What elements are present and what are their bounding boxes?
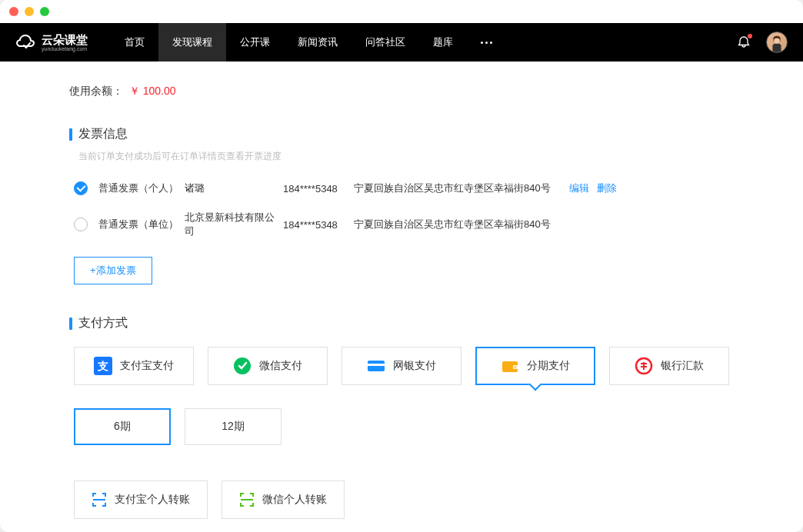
svg-point-1: [774, 38, 779, 43]
balance-row: 使用余额： ￥ 100.00: [69, 85, 734, 98]
top-nav: 云朵课堂 yunduoketang.com 首页 发现课程 公开课 新闻资讯 问…: [0, 23, 803, 62]
period-12[interactable]: 12期: [185, 408, 282, 445]
transfer-label: 微信个人转账: [262, 493, 327, 507]
invoice-row: 普通发票（个人） 诸璐 184****5348 宁夏回族自治区吴忠市红寺堡区幸福…: [74, 181, 734, 195]
logo[interactable]: 云朵课堂 yunduoketang.com: [15, 32, 88, 53]
main-content: 使用余额： ￥ 100.00 发票信息 当前订单支付成功后可在订单详情页查看开票…: [0, 62, 803, 532]
scan-icon: [239, 492, 255, 507]
pay-wechat[interactable]: 微信支付: [208, 347, 328, 385]
transfer-options: 支付宝个人转账 微信个人转账: [74, 480, 734, 519]
add-invoice-button[interactable]: +添加发票: [74, 257, 152, 284]
payment-section: 支付方式 支 支付宝支付 微信支付: [69, 315, 734, 519]
payment-options: 支 支付宝支付 微信支付 网银支付: [74, 347, 734, 385]
pay-transfer[interactable]: 银行汇款: [609, 347, 729, 385]
minimize-window-button[interactable]: [25, 7, 34, 16]
svg-rect-6: [368, 364, 385, 366]
alipay-icon: 支: [94, 357, 112, 375]
pay-label: 银行汇款: [661, 359, 704, 373]
edit-link[interactable]: 编辑: [569, 181, 589, 195]
titlebar: [0, 0, 803, 23]
logo-subtext: yunduoketang.com: [42, 46, 88, 52]
invoice-name: 北京昱新科技有限公司: [185, 211, 283, 238]
scan-icon: [92, 492, 107, 507]
nav-public[interactable]: 公开课: [226, 23, 284, 62]
invoice-list: 普通发票（个人） 诸璐 184****5348 宁夏回族自治区吴忠市红寺堡区幸福…: [74, 181, 734, 238]
balance-label: 使用余额：: [69, 85, 123, 97]
alipay-transfer[interactable]: 支付宝个人转账: [74, 480, 208, 519]
close-window-button[interactable]: [9, 7, 18, 16]
nav-news[interactable]: 新闻资讯: [284, 23, 352, 62]
transfer-label: 支付宝个人转账: [115, 493, 190, 507]
svg-text:支: 支: [97, 360, 108, 372]
invoice-name: 诸璐: [185, 181, 283, 195]
invoice-row: 普通发票（单位） 北京昱新科技有限公司 184****5348 宁夏回族自治区吴…: [74, 211, 734, 238]
invoice-type: 普通发票（个人）: [98, 181, 185, 195]
pay-installment[interactable]: 分期支付: [475, 347, 595, 385]
nav-home[interactable]: 首页: [111, 23, 158, 62]
balance-amount: ￥ 100.00: [129, 85, 176, 97]
bell-icon[interactable]: [737, 35, 751, 49]
maximize-window-button[interactable]: [40, 7, 49, 16]
nav-community[interactable]: 问答社区: [352, 23, 419, 62]
invoice-radio[interactable]: [74, 181, 88, 195]
period-options: 6期 12期: [74, 408, 734, 445]
svg-point-9: [515, 367, 516, 368]
invoice-address: 宁夏回族自治区吴忠市红寺堡区幸福街840号: [354, 218, 551, 231]
pay-bank[interactable]: 网银支付: [342, 347, 461, 385]
nav-items: 首页 发现课程 公开课 新闻资讯 问答社区 题库: [111, 23, 506, 62]
app-window: 云朵课堂 yunduoketang.com 首页 发现课程 公开课 新闻资讯 问…: [0, 0, 803, 532]
wechat-icon: [233, 357, 252, 375]
nav-right: [737, 32, 788, 53]
notification-dot: [748, 34, 752, 38]
nav-courses[interactable]: 发现课程: [158, 23, 226, 62]
invoice-section-title: 发票信息: [69, 126, 734, 142]
invoice-address: 宁夏回族自治区吴忠市红寺堡区幸福街840号: [354, 181, 551, 195]
pay-label: 支付宝支付: [120, 359, 174, 373]
logo-text: 云朵课堂: [42, 34, 88, 45]
period-6[interactable]: 6期: [74, 408, 171, 445]
avatar[interactable]: [766, 32, 788, 53]
pay-alipay[interactable]: 支 支付宝支付: [74, 347, 194, 385]
nav-bank[interactable]: 题库: [419, 23, 467, 62]
wallet-icon: [501, 357, 519, 375]
pay-label: 微信支付: [259, 359, 302, 373]
bank-transfer-icon: [635, 357, 653, 375]
delete-link[interactable]: 删除: [597, 181, 617, 195]
invoice-phone: 184****5348: [283, 219, 354, 231]
invoice-radio[interactable]: [74, 218, 88, 231]
cloud-logo-icon: [15, 32, 37, 53]
wechat-transfer[interactable]: 微信个人转账: [222, 480, 345, 519]
payment-section-title: 支付方式: [69, 315, 734, 331]
invoice-phone: 184****5348: [283, 183, 354, 195]
pay-label: 网银支付: [393, 359, 436, 373]
invoice-type: 普通发票（单位）: [98, 218, 185, 231]
invoice-actions: 编辑 删除: [569, 181, 617, 195]
bank-icon: [367, 357, 385, 375]
pay-label: 分期支付: [527, 359, 570, 373]
nav-more-icon[interactable]: [467, 23, 506, 62]
invoice-section-subtitle: 当前订单支付成功后可在订单详情页查看开票进度: [78, 150, 734, 163]
